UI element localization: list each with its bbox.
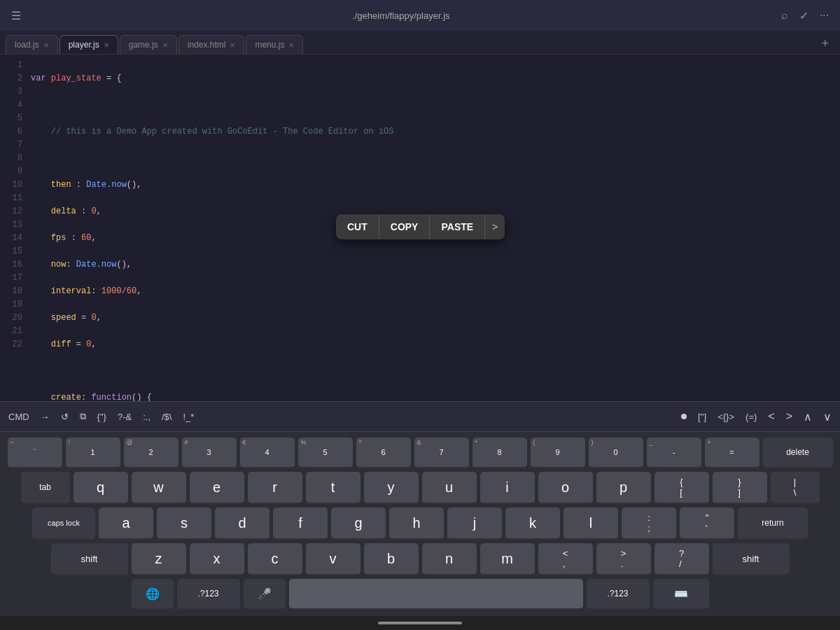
key-v[interactable]: v xyxy=(306,543,360,575)
key-r[interactable]: r xyxy=(248,472,302,504)
tab-close-index-html[interactable]: ✕ xyxy=(230,41,235,49)
key-slash[interactable]: ?/ xyxy=(654,543,709,575)
key-equals[interactable]: += xyxy=(705,438,760,468)
key-delete[interactable]: delete xyxy=(763,438,833,468)
tab-index-html[interactable]: index.html ✕ xyxy=(178,35,245,54)
key-d[interactable]: d xyxy=(215,507,270,540)
key-g[interactable]: g xyxy=(331,507,386,540)
title-bar-right: ⌕ ✓ ··· xyxy=(781,9,829,22)
key-lbracket[interactable]: {[ xyxy=(654,472,709,504)
check-icon[interactable]: ✓ xyxy=(799,9,808,22)
key-3[interactable]: #3 xyxy=(182,438,237,468)
toolbar-caret-up[interactable]: ∧ xyxy=(804,410,812,424)
key-t[interactable]: t xyxy=(306,472,360,504)
tab-menu-js[interactable]: menu.js ✕ xyxy=(246,35,303,54)
key-z[interactable]: z xyxy=(132,543,186,575)
key-o[interactable]: o xyxy=(538,472,593,504)
more-options-button[interactable]: > xyxy=(485,214,505,239)
key-shift-left[interactable]: shift xyxy=(51,543,128,575)
toolbar-undo[interactable]: ↺ xyxy=(61,412,69,422)
menu-icon[interactable]: ☰ xyxy=(11,9,21,22)
key-minus[interactable]: _- xyxy=(647,438,701,468)
toolbar-caret-down[interactable]: ∨ xyxy=(823,410,832,424)
toolbar-cmd[interactable]: CMD xyxy=(8,412,29,422)
key-4[interactable]: €4 xyxy=(240,438,295,468)
toolbar-tab-arrow[interactable]: → xyxy=(41,412,50,422)
key-b[interactable]: b xyxy=(364,543,419,575)
key-m[interactable]: m xyxy=(480,543,535,575)
key-9[interactable]: (9 xyxy=(531,438,585,468)
toolbar-copy[interactable]: ⧉ xyxy=(80,411,86,422)
key-2[interactable]: @2 xyxy=(124,438,178,468)
copy-button[interactable]: COPY xyxy=(379,214,430,239)
key-w[interactable]: w xyxy=(132,472,186,504)
editor-area[interactable]: 1 2 3 4 5 6 7 8 9 10 11 12 13 14 15 16 1… xyxy=(0,55,840,401)
tab-game-js[interactable]: game.js ✕ xyxy=(120,35,177,54)
key-k[interactable]: k xyxy=(505,507,560,540)
toolbar-bracket[interactable]: [''] xyxy=(698,412,706,422)
key-i[interactable]: i xyxy=(480,472,535,504)
toolbar-right: [''] <{}> (=) < > ∧ ∨ xyxy=(681,410,832,424)
key-n[interactable]: n xyxy=(422,543,477,575)
key-a[interactable]: a xyxy=(99,507,153,540)
toolbar-special1[interactable]: ?-& xyxy=(118,412,132,422)
key-hide-keyboard[interactable]: ⌨️ xyxy=(653,579,709,610)
tab-close-game-js[interactable]: ✕ xyxy=(162,41,168,49)
more-icon[interactable]: ··· xyxy=(820,9,829,22)
key-x[interactable]: x xyxy=(190,543,244,575)
key-semicolon[interactable]: :; xyxy=(622,507,676,540)
tab-close-menu-js[interactable]: ✕ xyxy=(288,41,294,49)
key-6[interactable]: ^6 xyxy=(356,438,411,468)
key-123-right[interactable]: .?123 xyxy=(587,579,650,610)
key-mic[interactable]: 🎤 xyxy=(244,579,286,610)
tab-close-load-js[interactable]: ✕ xyxy=(43,41,49,49)
cut-button[interactable]: CUT xyxy=(336,214,379,239)
key-0[interactable]: )0 xyxy=(589,438,643,468)
key-8[interactable]: *8 xyxy=(472,438,527,468)
tab-load-js[interactable]: load.js ✕ xyxy=(6,35,58,54)
add-tab-button[interactable]: + xyxy=(816,34,834,54)
key-h[interactable]: h xyxy=(389,507,444,540)
key-q[interactable]: q xyxy=(74,472,128,504)
tab-player-js[interactable]: player.js ✕ xyxy=(59,35,118,54)
toolbar-special3[interactable]: /$\ xyxy=(162,412,172,422)
key-quote[interactable]: "' xyxy=(680,507,734,540)
key-y[interactable]: y xyxy=(364,472,419,504)
key-return[interactable]: return xyxy=(738,507,808,540)
key-globe[interactable]: 🌐 xyxy=(132,579,174,610)
toolbar-dot xyxy=(681,414,687,419)
key-5[interactable]: %5 xyxy=(298,438,353,468)
key-s[interactable]: s xyxy=(157,507,211,540)
key-caps-lock[interactable]: caps lock xyxy=(32,507,95,540)
key-comma[interactable]: <, xyxy=(538,543,593,575)
key-tilde[interactable]: ~` xyxy=(8,438,62,468)
key-period[interactable]: >. xyxy=(596,543,651,575)
key-tab[interactable]: tab xyxy=(21,472,70,504)
key-l[interactable]: l xyxy=(564,507,618,540)
key-c[interactable]: c xyxy=(248,543,302,575)
search-icon[interactable]: ⌕ xyxy=(781,9,788,22)
key-f[interactable]: f xyxy=(273,507,328,540)
key-e[interactable]: e xyxy=(190,472,244,504)
key-backslash[interactable]: |\ xyxy=(771,472,820,504)
code-line-12 xyxy=(31,365,834,378)
key-123-left[interactable]: .?123 xyxy=(177,579,240,610)
key-1[interactable]: !1 xyxy=(66,438,120,468)
key-j[interactable]: j xyxy=(447,507,502,540)
toolbar-arrow-left[interactable]: < xyxy=(768,410,774,423)
toolbar-braces[interactable]: {"} xyxy=(97,412,106,422)
toolbar-special4[interactable]: !_* xyxy=(183,412,194,422)
key-space[interactable] xyxy=(289,579,583,610)
key-7[interactable]: &7 xyxy=(414,438,469,468)
toolbar-special2[interactable]: :., xyxy=(143,412,150,422)
toolbar-arrow-right[interactable]: > xyxy=(786,410,792,423)
toolbar-angles[interactable]: <{}> xyxy=(718,412,734,422)
tab-label: load.js xyxy=(15,40,39,50)
key-u[interactable]: u xyxy=(422,472,477,504)
paste-button[interactable]: PASTE xyxy=(430,214,485,239)
toolbar-parens[interactable]: (=) xyxy=(746,412,757,422)
key-p[interactable]: p xyxy=(596,472,651,504)
key-rbracket[interactable]: }] xyxy=(713,472,767,504)
tab-close-player-js[interactable]: ✕ xyxy=(104,41,109,49)
key-shift-right[interactable]: shift xyxy=(713,543,790,575)
